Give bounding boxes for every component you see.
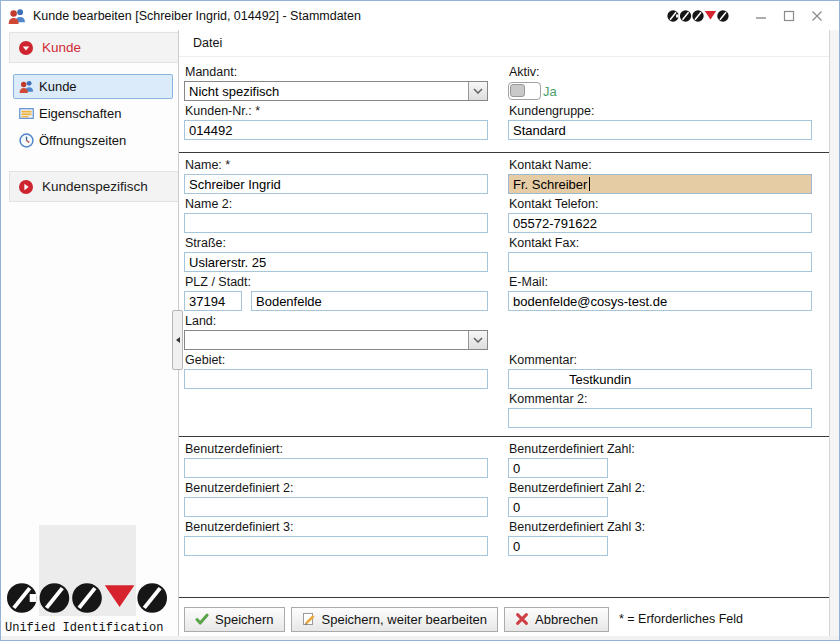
close-button[interactable] <box>803 5 831 27</box>
land-value <box>185 331 468 349</box>
bottom-strip <box>1 636 839 640</box>
mandant-label: Mandant: <box>185 65 488 79</box>
clock-icon <box>19 133 34 148</box>
collapse-down-icon <box>19 41 33 55</box>
save-button-label: Speichern <box>215 612 274 627</box>
sidebar-group-label: Kundenspezifisch <box>42 179 148 194</box>
kommentar2-label: Kommentar 2: <box>509 392 812 406</box>
column-right: Aktiv: Ja Kundengruppe: <box>508 62 812 152</box>
section-top: Mandant: Nicht spezifisch Kunden-Nr.: * … <box>179 57 829 152</box>
bd-zahl3-input[interactable] <box>508 536 608 556</box>
kontakt-fax-input[interactable] <box>508 252 812 272</box>
cancel-icon <box>515 612 529 626</box>
minimize-button[interactable] <box>747 5 775 27</box>
plz-input[interactable] <box>184 291 242 311</box>
aktiv-label: Aktiv: <box>509 65 812 79</box>
email-label: E-Mail: <box>509 275 812 289</box>
sidebar-item-eigenschaften[interactable]: Eigenschaften <box>13 101 173 126</box>
land-select[interactable] <box>184 330 488 350</box>
column-right: Benutzerdefiniert Zahl: Benutzerdefinier… <box>508 439 812 597</box>
kunden-nr-label: Kunden-Nr.: * <box>185 104 488 118</box>
right-gutter <box>829 30 839 640</box>
sidebar-item-kunde[interactable]: Kunde <box>13 74 173 99</box>
sidebar-item-label: Eigenschaften <box>39 106 121 121</box>
name-input[interactable] <box>184 174 488 194</box>
chevron-down-icon[interactable] <box>468 331 487 349</box>
kontakt-telefon-label: Kontakt Telefon: <box>509 197 812 211</box>
users-icon <box>19 79 34 94</box>
properties-icon <box>19 106 34 121</box>
name-label: Name: * <box>185 158 488 172</box>
edit-icon <box>302 612 316 626</box>
land-label: Land: <box>185 314 488 328</box>
save-continue-button[interactable]: Speichern, weiter bearbeiten <box>291 607 499 632</box>
sidebar-item-label: Öffnungszeiten <box>39 133 126 148</box>
cancel-button-label: Abbrechen <box>535 612 598 627</box>
sidebar-group-kundenspezifisch[interactable]: Kundenspezifisch <box>9 171 178 202</box>
kommentar2-input[interactable] <box>508 408 812 428</box>
chevron-left-icon <box>173 337 180 343</box>
menu-datei[interactable]: Datei <box>193 36 222 50</box>
benutzerdefiniert-input[interactable] <box>184 458 488 478</box>
benutzerdefiniert3-label: Benutzerdefiniert 3: <box>185 520 488 534</box>
spacer <box>508 311 812 350</box>
button-bar: Speichern Speichern, weiter bearbeiten A… <box>179 598 829 640</box>
cosys-logo-large-icon <box>6 580 168 616</box>
benutzerdefiniert3-input[interactable] <box>184 536 488 556</box>
kommentar-input[interactable] <box>508 369 812 389</box>
cosys-logo-icon <box>667 9 729 23</box>
aktiv-value: Ja <box>543 84 557 99</box>
column-left: Benutzerdefiniert: Benutzerdefiniert 2: … <box>184 439 488 597</box>
name2-label: Name 2: <box>185 197 488 211</box>
sidebar-collapse-handle[interactable] <box>172 310 183 370</box>
app-window: Kunde bearbeiten [Schreiber Ingrid, 0144… <box>0 0 840 641</box>
column-right: Kontakt Name: Kontakt Telefon: Kontakt F… <box>508 155 812 436</box>
sidebar: Kunde Kunde Eigenschaften Öffnungszeiten <box>1 30 179 640</box>
bd-zahl-label: Benutzerdefiniert Zahl: <box>509 442 812 456</box>
column-left: Name: * Name 2: Straße: PLZ / Stadt: Lan… <box>184 155 488 436</box>
strasse-input[interactable] <box>184 252 488 272</box>
gebiet-input[interactable] <box>184 369 488 389</box>
section-custom: Benutzerdefiniert: Benutzerdefiniert 2: … <box>179 437 829 597</box>
kontakt-telefon-input[interactable] <box>508 213 812 233</box>
name2-input[interactable] <box>184 213 488 233</box>
collapse-right-icon <box>19 180 33 194</box>
maximize-button[interactable] <box>775 5 803 27</box>
benutzerdefiniert2-input[interactable] <box>184 497 488 517</box>
bd-zahl2-input[interactable] <box>508 497 608 517</box>
benutzerdefiniert2-label: Benutzerdefiniert 2: <box>185 481 488 495</box>
chevron-down-icon[interactable] <box>468 82 487 100</box>
gebiet-label: Gebiet: <box>185 353 488 367</box>
kontakt-name-input[interactable] <box>508 174 812 194</box>
kundengruppe-label: Kundengruppe: <box>509 104 812 118</box>
email-input[interactable] <box>508 291 812 311</box>
stadt-input[interactable] <box>251 291 488 311</box>
mandant-select[interactable]: Nicht spezifisch <box>184 81 488 101</box>
check-icon <box>195 612 209 626</box>
sidebar-group-kunde[interactable]: Kunde <box>9 32 178 63</box>
menu-bar: Datei <box>179 30 829 57</box>
kontakt-name-label: Kontakt Name: <box>509 158 812 172</box>
strasse-label: Straße: <box>185 236 488 250</box>
kommentar-label: Kommentar: <box>509 353 812 367</box>
customer-window-icon <box>8 7 26 25</box>
cancel-button[interactable]: Abbrechen <box>504 607 609 632</box>
toggle-knob <box>510 84 525 97</box>
main-panel: Datei Mandant: Nicht spezifisch Kunden-N… <box>179 30 829 640</box>
bd-zahl3-label: Benutzerdefiniert Zahl 3: <box>509 520 812 534</box>
mandant-value: Nicht spezifisch <box>185 82 468 100</box>
benutzerdefiniert-label: Benutzerdefiniert: <box>185 442 488 456</box>
column-left: Mandant: Nicht spezifisch Kunden-Nr.: * <box>184 62 488 152</box>
save-button[interactable]: Speichern <box>184 607 285 632</box>
window-title: Kunde bearbeiten [Schreiber Ingrid, 0144… <box>33 9 361 23</box>
kunden-nr-input[interactable] <box>184 120 488 140</box>
kontakt-fax-label: Kontakt Fax: <box>509 236 812 250</box>
kundengruppe-input[interactable] <box>508 120 812 140</box>
sidebar-group-label: Kunde <box>42 40 81 55</box>
sidebar-item-oeffnungszeiten[interactable]: Öffnungszeiten <box>13 128 173 153</box>
bd-zahl-input[interactable] <box>508 458 608 478</box>
aktiv-toggle[interactable] <box>508 82 541 100</box>
section-address: Name: * Name 2: Straße: PLZ / Stadt: Lan… <box>179 153 829 436</box>
sidebar-group-items: Kunde Eigenschaften Öffnungszeiten <box>1 63 178 169</box>
sidebar-item-label: Kunde <box>39 79 77 94</box>
